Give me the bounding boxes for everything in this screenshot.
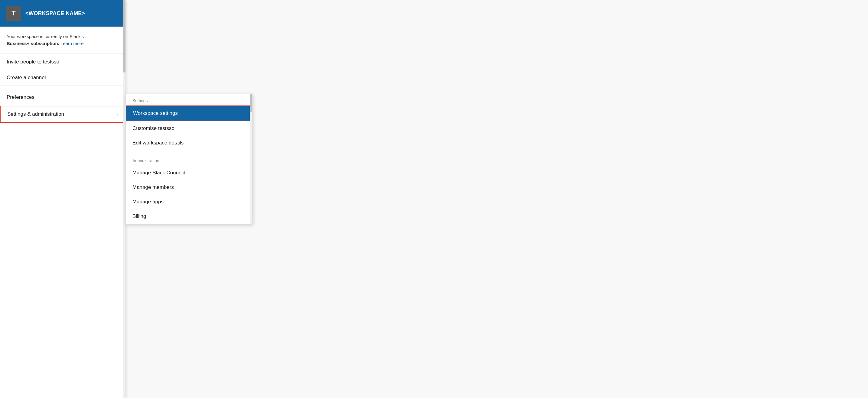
scrollbar-thumb[interactable] — [123, 0, 125, 72]
manage-apps-item[interactable]: Manage apps — [126, 195, 252, 209]
submenu-scrollbar-track — [250, 94, 252, 224]
create-channel-item[interactable]: Create a channel — [0, 70, 125, 86]
submenu-divider — [126, 152, 252, 152]
workspace-name: <WORKSPACE NAME> — [25, 10, 85, 16]
learn-more-link[interactable]: Learn more — [60, 41, 84, 46]
submenu-panel: Settings Workspace settings Customise te… — [125, 94, 252, 224]
submenu-scrollbar-thumb[interactable] — [250, 94, 252, 112]
subscription-banner: Your workspace is currently on Slack's B… — [0, 27, 125, 54]
edit-workspace-item[interactable]: Edit workspace details — [126, 136, 252, 150]
invite-people-item[interactable]: Invite people to testsso — [0, 54, 125, 70]
preferences-item[interactable]: Preferences — [0, 90, 125, 105]
gap-1 — [0, 86, 125, 90]
customise-item[interactable]: Customise testsso — [126, 121, 252, 136]
manage-slack-connect-item[interactable]: Manage Slack Connect — [126, 166, 252, 180]
chevron-icon: › — [117, 112, 118, 117]
main-menu: T <WORKSPACE NAME> Your workspace is cur… — [0, 0, 125, 398]
admin-section-label: Administration — [126, 154, 252, 166]
settings-section-label: Settings — [126, 94, 252, 105]
workspace-settings-item[interactable]: Workspace settings — [126, 105, 252, 121]
settings-admin-item[interactable]: Settings & administration › — [0, 106, 125, 123]
workspace-header[interactable]: T <WORKSPACE NAME> — [0, 0, 125, 27]
manage-members-item[interactable]: Manage members — [126, 180, 252, 195]
workspace-avatar: T — [6, 6, 21, 21]
subscription-bold: Business+ subscription. — [7, 41, 59, 46]
subscription-text: Your workspace is currently on Slack's — [7, 34, 84, 39]
scrollbar-track — [123, 0, 125, 398]
billing-item[interactable]: Billing — [126, 209, 252, 224]
